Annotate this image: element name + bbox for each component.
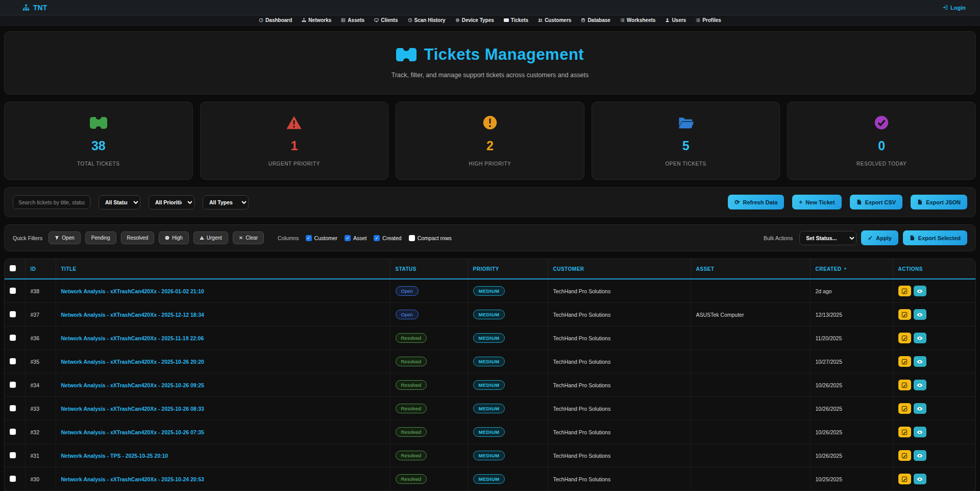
col-header-created[interactable]: CREATED [810, 259, 893, 279]
refresh-data-button[interactable]: ⟳ Refresh Data [728, 195, 784, 209]
new-ticket-button[interactable]: + New Ticket [792, 195, 841, 209]
nav-item-tickets[interactable]: Tickets [504, 17, 528, 23]
history-icon [408, 18, 412, 22]
checkbox-checked[interactable]: ✓ [374, 235, 380, 241]
type-filter-select[interactable]: All Types [203, 195, 249, 209]
view-ticket-button[interactable] [914, 380, 926, 390]
view-ticket-button[interactable] [914, 309, 926, 320]
row-checkbox[interactable] [10, 405, 16, 411]
row-select-cell [5, 397, 25, 420]
apply-button[interactable]: ✓ Apply [861, 230, 898, 245]
row-checkbox[interactable] [10, 429, 16, 435]
column-toggle-asset[interactable]: ✓Asset [345, 235, 366, 241]
col-header-customer[interactable]: CUSTOMER [548, 259, 691, 279]
ticket-status-cell: Resolved [390, 326, 468, 350]
quick-filter-resolved[interactable]: Resolved [121, 231, 155, 244]
quick-filter-clear[interactable]: ✕Clear [233, 231, 264, 244]
stat-icon-wrap [5, 114, 192, 131]
quick-filter-high[interactable]: High [159, 231, 189, 244]
stat-card-resolved-today: 0RESOLVED TODAY [787, 102, 976, 180]
table-header-row: ID TITLE STATUS PRIORITY CUSTOMER ASSET … [5, 259, 975, 279]
view-ticket-button[interactable] [914, 333, 926, 343]
ticket-title-link[interactable]: Network Analysis - xXTrashCan420Xx - 202… [61, 335, 204, 341]
checkbox-unchecked[interactable] [409, 235, 415, 241]
export-json-button[interactable]: Export JSON [911, 195, 967, 209]
list-icon [620, 18, 625, 22]
nav-item-customers[interactable]: Customers [538, 17, 571, 23]
login-link[interactable]: Login [942, 5, 966, 11]
row-checkbox[interactable] [10, 311, 16, 317]
circle-excl-icon [165, 236, 169, 240]
nav-item-worksheets[interactable]: Worksheets [620, 17, 656, 23]
row-checkbox[interactable] [10, 358, 16, 364]
edit-ticket-button[interactable] [898, 380, 911, 390]
col-header-asset[interactable]: ASSET [691, 259, 810, 279]
column-toggle-customer[interactable]: ✓Customer [306, 235, 338, 241]
nav-item-device-types[interactable]: Device Types [455, 17, 494, 23]
quick-filter-open[interactable]: Open [48, 231, 80, 244]
col-header-status[interactable]: STATUS [390, 259, 468, 279]
nav-item-profiles[interactable]: Profiles [696, 17, 721, 23]
view-ticket-button[interactable] [914, 403, 926, 414]
view-ticket-button[interactable] [914, 450, 926, 461]
table-row: #37Network Analysis - xXTrashCan420Xx - … [5, 303, 975, 326]
edit-ticket-button[interactable] [898, 474, 911, 484]
nav-item-database[interactable]: Database [581, 17, 610, 23]
checkbox-checked[interactable]: ✓ [345, 235, 351, 241]
bulk-status-select[interactable]: Set Status... [799, 231, 856, 245]
nav-item-clients[interactable]: Clients [374, 17, 398, 23]
edit-ticket-button[interactable] [898, 286, 911, 296]
brand-logo[interactable]: TNT [22, 4, 47, 12]
ticket-title-link[interactable]: Network Analysis - xXTrashCan420Xx - 202… [61, 406, 204, 412]
col-header-id[interactable]: ID [25, 259, 56, 279]
nav-item-users[interactable]: Users [665, 17, 686, 23]
status-filter-select[interactable]: All Status [99, 195, 140, 209]
edit-ticket-button[interactable] [898, 403, 911, 414]
view-ticket-button[interactable] [914, 474, 926, 484]
col-header-title[interactable]: TITLE [56, 259, 390, 279]
col-header-priority[interactable]: PRIORITY [468, 259, 548, 279]
quick-filter-urgent[interactable]: Urgent [193, 231, 228, 244]
ticket-title-link[interactable]: Network Analysis - xXTrashCan420Xx - 202… [61, 429, 204, 435]
ticket-title-link[interactable]: Network Analysis - TPS - 2025-10-25 20:1… [61, 453, 168, 459]
row-checkbox[interactable] [10, 382, 16, 388]
search-input[interactable] [13, 195, 90, 209]
eye-icon [917, 312, 923, 318]
column-toggle-compact-rows[interactable]: Compact rows [409, 235, 452, 241]
edit-ticket-button[interactable] [898, 309, 911, 320]
ticket-title-link[interactable]: Network Analysis - xXTrashCan420Xx - 202… [61, 382, 204, 388]
filter-chips: OpenPendingResolvedHighUrgent✕Clear [48, 231, 264, 244]
column-toggle-created[interactable]: ✓Created [374, 235, 401, 241]
export-csv-button[interactable]: Export CSV [850, 195, 903, 209]
nav-item-assets[interactable]: Assets [341, 17, 364, 23]
edit-ticket-button[interactable] [898, 427, 911, 437]
row-checkbox[interactable] [10, 288, 16, 294]
nav-item-dashboard[interactable]: Dashboard [259, 17, 292, 23]
row-checkbox[interactable] [10, 335, 16, 341]
view-ticket-button[interactable] [914, 286, 926, 296]
select-all-checkbox[interactable] [10, 265, 16, 271]
status-badge: Resolved [396, 380, 427, 390]
col-header-actions: ACTIONS [893, 259, 975, 279]
priority-filter-select[interactable]: All Priorities [149, 195, 194, 209]
export-selected-button[interactable]: Export Selected [903, 230, 967, 245]
ticket-title-link[interactable]: Network Analysis - xXTrashCan420Xx - 202… [61, 359, 204, 365]
ticket-title-link[interactable]: Network Analysis - xXTrashCan420Xx - 202… [61, 288, 204, 294]
checkbox-checked[interactable]: ✓ [306, 235, 312, 241]
ticket-title-link[interactable]: Network Analysis - xXTrashCan420Xx - 202… [61, 476, 204, 482]
quick-filter-label: Urgent [207, 235, 222, 241]
row-checkbox[interactable] [10, 476, 16, 482]
nav-item-scan-history[interactable]: Scan History [408, 17, 446, 23]
row-select-cell [5, 350, 25, 373]
ticket-title-cell: Network Analysis - TPS - 2025-10-25 20:1… [56, 444, 390, 467]
nav-item-networks[interactable]: Networks [302, 17, 331, 23]
view-ticket-button[interactable] [914, 427, 926, 437]
edit-ticket-button[interactable] [898, 356, 911, 367]
edit-ticket-button[interactable] [898, 450, 911, 461]
quick-filter-pending[interactable]: Pending [85, 231, 116, 244]
row-checkbox[interactable] [10, 452, 16, 458]
edit-ticket-button[interactable] [898, 333, 911, 343]
view-ticket-button[interactable] [914, 356, 926, 367]
ticket-status-cell: Resolved [390, 373, 468, 397]
ticket-title-link[interactable]: Network Analysis - xXTrashCan420Xx - 202… [61, 312, 204, 318]
